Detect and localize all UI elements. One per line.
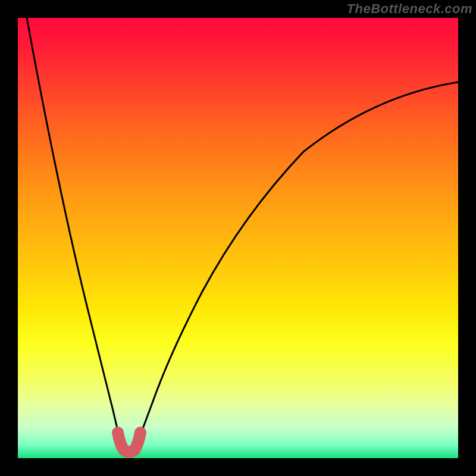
curve-bottom-u bbox=[118, 433, 140, 452]
chart-curves bbox=[18, 18, 458, 458]
watermark: TheBottleneck.com bbox=[347, 1, 472, 17]
curve-left-branch bbox=[27, 18, 121, 441]
chart-frame: TheBottleneck.com bbox=[0, 0, 476, 476]
curve-right-branch bbox=[138, 82, 458, 441]
